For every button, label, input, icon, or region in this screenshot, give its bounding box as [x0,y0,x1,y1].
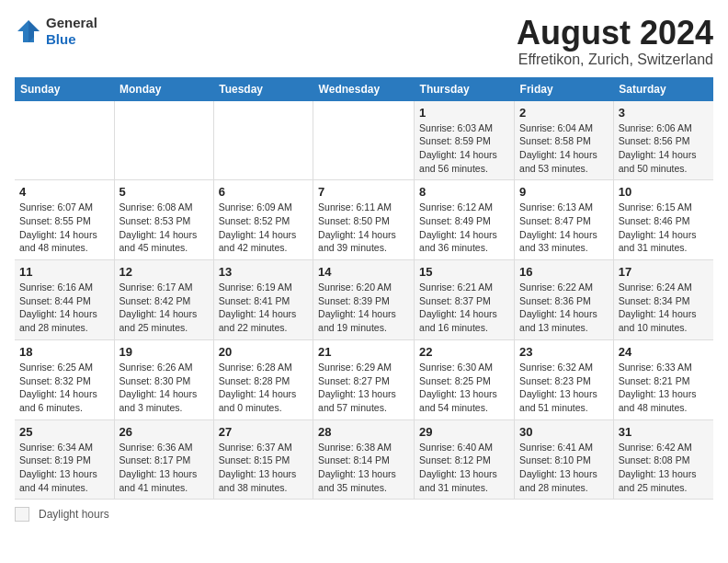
day-number: 20 [219,345,308,359]
calendar-cell: 18Sunrise: 6:25 AM Sunset: 8:32 PM Dayli… [15,339,114,419]
calendar-cell: 3Sunrise: 6:06 AM Sunset: 8:56 PM Daylig… [613,101,713,180]
day-number: 6 [219,185,308,199]
week-row-4: 18Sunrise: 6:25 AM Sunset: 8:32 PM Dayli… [15,339,713,419]
calendar-cell: 28Sunrise: 6:38 AM Sunset: 8:14 PM Dayli… [313,419,415,500]
day-info: Sunrise: 6:28 AM Sunset: 8:28 PM Dayligh… [219,361,308,415]
calendar-cell: 30Sunrise: 6:41 AM Sunset: 8:10 PM Dayli… [515,419,614,500]
calendar-table: SundayMondayTuesdayWednesdayThursdayFrid… [15,77,713,500]
logo-blue-text: Blue [46,31,97,48]
day-info: Sunrise: 6:41 AM Sunset: 8:10 PM Dayligh… [519,441,609,495]
day-info: Sunrise: 6:34 AM Sunset: 8:19 PM Dayligh… [19,441,109,495]
calendar-cell: 1Sunrise: 6:03 AM Sunset: 8:59 PM Daylig… [415,101,515,180]
day-info: Sunrise: 6:08 AM Sunset: 8:53 PM Dayligh… [119,201,209,255]
weekday-header-sunday: Sunday [15,77,114,101]
calendar-cell: 23Sunrise: 6:32 AM Sunset: 8:23 PM Dayli… [515,339,614,419]
day-number: 21 [318,345,409,359]
week-row-1: 1Sunrise: 6:03 AM Sunset: 8:59 PM Daylig… [15,101,713,180]
calendar-cell: 31Sunrise: 6:42 AM Sunset: 8:08 PM Dayli… [613,419,713,500]
day-number: 31 [619,425,709,439]
day-info: Sunrise: 6:25 AM Sunset: 8:32 PM Dayligh… [19,361,109,415]
calendar-cell: 22Sunrise: 6:30 AM Sunset: 8:25 PM Dayli… [415,339,515,419]
day-info: Sunrise: 6:11 AM Sunset: 8:50 PM Dayligh… [318,201,409,255]
week-row-5: 25Sunrise: 6:34 AM Sunset: 8:19 PM Dayli… [15,419,713,500]
calendar-cell: 16Sunrise: 6:22 AM Sunset: 8:36 PM Dayli… [515,260,614,340]
calendar-cell: 20Sunrise: 6:28 AM Sunset: 8:28 PM Dayli… [213,339,313,419]
day-info: Sunrise: 6:42 AM Sunset: 8:08 PM Dayligh… [619,441,709,495]
calendar-cell: 27Sunrise: 6:37 AM Sunset: 8:15 PM Dayli… [213,419,313,500]
day-number: 25 [19,425,109,439]
day-info: Sunrise: 6:24 AM Sunset: 8:34 PM Dayligh… [619,281,709,335]
day-info: Sunrise: 6:03 AM Sunset: 8:59 PM Dayligh… [419,121,509,176]
logo: General Blue [15,15,97,48]
calendar-cell [213,101,313,180]
day-info: Sunrise: 6:19 AM Sunset: 8:41 PM Dayligh… [219,281,308,335]
day-info: Sunrise: 6:15 AM Sunset: 8:46 PM Dayligh… [619,201,709,255]
day-number: 10 [619,185,709,199]
day-number: 19 [119,345,209,359]
logo-general-text: General [46,15,97,31]
day-info: Sunrise: 6:29 AM Sunset: 8:27 PM Dayligh… [318,361,409,415]
weekday-header-thursday: Thursday [415,77,515,101]
calendar-cell: 11Sunrise: 6:16 AM Sunset: 8:44 PM Dayli… [15,260,114,340]
weekday-header-tuesday: Tuesday [213,77,313,101]
day-number: 26 [119,425,209,439]
calendar-cell: 17Sunrise: 6:24 AM Sunset: 8:34 PM Dayli… [613,260,713,340]
day-number: 28 [318,425,409,439]
legend-label: Daylight hours [39,508,109,521]
day-info: Sunrise: 6:40 AM Sunset: 8:12 PM Dayligh… [419,441,509,495]
day-info: Sunrise: 6:30 AM Sunset: 8:25 PM Dayligh… [419,361,509,415]
calendar-cell: 10Sunrise: 6:15 AM Sunset: 8:46 PM Dayli… [613,180,713,260]
month-year: August 2024 [517,15,713,52]
weekday-header-row: SundayMondayTuesdayWednesdayThursdayFrid… [15,77,713,101]
weekday-header-wednesday: Wednesday [313,77,415,101]
calendar-cell: 26Sunrise: 6:36 AM Sunset: 8:17 PM Dayli… [114,419,213,500]
day-number: 30 [519,425,609,439]
day-info: Sunrise: 6:22 AM Sunset: 8:36 PM Dayligh… [519,281,609,335]
calendar-cell: 6Sunrise: 6:09 AM Sunset: 8:52 PM Daylig… [213,180,313,260]
day-number: 11 [19,265,109,279]
calendar-cell: 13Sunrise: 6:19 AM Sunset: 8:41 PM Dayli… [213,260,313,340]
week-row-3: 11Sunrise: 6:16 AM Sunset: 8:44 PM Dayli… [15,260,713,340]
calendar-cell: 21Sunrise: 6:29 AM Sunset: 8:27 PM Dayli… [313,339,415,419]
day-info: Sunrise: 6:26 AM Sunset: 8:30 PM Dayligh… [119,361,209,415]
day-info: Sunrise: 6:37 AM Sunset: 8:15 PM Dayligh… [219,441,308,495]
day-info: Sunrise: 6:38 AM Sunset: 8:14 PM Dayligh… [318,441,409,495]
title-block: August 2024 Effretikon, Zurich, Switzerl… [517,15,713,68]
day-number: 17 [619,265,709,279]
day-number: 22 [419,345,509,359]
day-info: Sunrise: 6:06 AM Sunset: 8:56 PM Dayligh… [619,121,709,176]
calendar-cell: 8Sunrise: 6:12 AM Sunset: 8:49 PM Daylig… [415,180,515,260]
day-number: 29 [419,425,509,439]
calendar-cell [15,101,114,180]
weekday-header-saturday: Saturday [613,77,713,101]
calendar-cell: 25Sunrise: 6:34 AM Sunset: 8:19 PM Dayli… [15,419,114,500]
calendar-cell: 29Sunrise: 6:40 AM Sunset: 8:12 PM Dayli… [415,419,515,500]
day-info: Sunrise: 6:09 AM Sunset: 8:52 PM Dayligh… [219,201,308,255]
day-number: 8 [419,185,509,199]
day-number: 16 [519,265,609,279]
day-number: 13 [219,265,308,279]
location: Effretikon, Zurich, Switzerland [517,52,713,68]
weekday-header-monday: Monday [114,77,213,101]
day-info: Sunrise: 6:04 AM Sunset: 8:58 PM Dayligh… [519,121,609,176]
day-number: 14 [318,265,409,279]
day-number: 12 [119,265,209,279]
page-header: General Blue August 2024 Effretikon, Zur… [15,15,713,68]
logo-icon [15,17,42,45]
day-info: Sunrise: 6:12 AM Sunset: 8:49 PM Dayligh… [419,201,509,255]
day-info: Sunrise: 6:32 AM Sunset: 8:23 PM Dayligh… [519,361,609,415]
calendar-cell: 24Sunrise: 6:33 AM Sunset: 8:21 PM Dayli… [613,339,713,419]
calendar-cell: 9Sunrise: 6:13 AM Sunset: 8:47 PM Daylig… [515,180,614,260]
day-number: 4 [19,185,109,199]
calendar-cell: 4Sunrise: 6:07 AM Sunset: 8:55 PM Daylig… [15,180,114,260]
calendar-cell: 7Sunrise: 6:11 AM Sunset: 8:50 PM Daylig… [313,180,415,260]
day-info: Sunrise: 6:17 AM Sunset: 8:42 PM Dayligh… [119,281,209,335]
calendar-cell: 2Sunrise: 6:04 AM Sunset: 8:58 PM Daylig… [515,101,614,180]
day-number: 18 [19,345,109,359]
day-number: 27 [219,425,308,439]
calendar-cell: 5Sunrise: 6:08 AM Sunset: 8:53 PM Daylig… [114,180,213,260]
day-info: Sunrise: 6:21 AM Sunset: 8:37 PM Dayligh… [419,281,509,335]
week-row-2: 4Sunrise: 6:07 AM Sunset: 8:55 PM Daylig… [15,180,713,260]
calendar-cell: 14Sunrise: 6:20 AM Sunset: 8:39 PM Dayli… [313,260,415,340]
calendar-cell: 19Sunrise: 6:26 AM Sunset: 8:30 PM Dayli… [114,339,213,419]
